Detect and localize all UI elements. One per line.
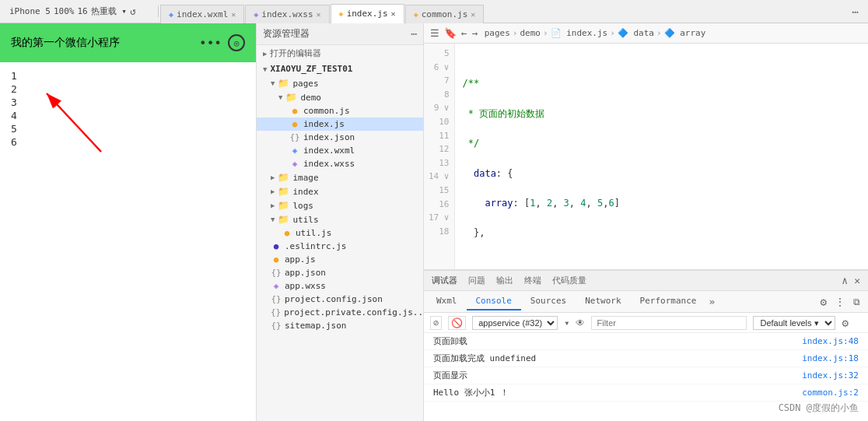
code-line-7: * 页面的初始数据: [463, 107, 861, 121]
tree-image[interactable]: ▶ 📁 image: [257, 170, 423, 184]
devtools-detach-icon[interactable]: ⧉: [849, 296, 865, 307]
refresh-icon[interactable]: ↺: [130, 5, 136, 17]
console-file-3[interactable]: index.js:32: [802, 370, 859, 381]
console-file-1[interactable]: index.js:48: [802, 336, 859, 346]
phone-scan-icon[interactable]: ◎: [228, 34, 245, 51]
editor-pin-icon[interactable]: ☰: [430, 27, 439, 39]
phone-title: 我的第一个微信小程序: [11, 36, 120, 50]
breadcrumb: pages › demo › 📄 index.js › 🔷 data › 🔷 a…: [485, 28, 706, 38]
explorer-panel: 资源管理器 ⋯ ▶ 打开的编辑器 ▼ XIAOYU_ZF_TEST01 ▼ 📁 …: [257, 23, 424, 421]
tree-pages[interactable]: ▼ 📁 pages: [257, 76, 423, 90]
tree-app-js[interactable]: ● app.js: [257, 253, 423, 266]
reload-label[interactable]: 热重载 ▾: [91, 5, 127, 17]
explorer-header: 资源管理器 ⋯: [257, 23, 423, 45]
devtools-tab-console[interactable]: Console: [467, 293, 521, 310]
index-wxml-label: index.wxml: [303, 146, 355, 156]
sitemap-label: sitemap.json: [285, 321, 346, 331]
console-file-2[interactable]: index.js:18: [802, 353, 859, 363]
editor-forward-icon[interactable]: →: [472, 27, 478, 39]
tab-common-js[interactable]: ◈ common.js ✕: [405, 5, 485, 23]
breadcrumb-array: 🔷 array: [664, 28, 706, 38]
appservice-select[interactable]: appservice (#32): [472, 316, 558, 330]
phone-header: 我的第一个微信小程序 ••• ◎: [0, 23, 256, 62]
tree-app-wxss[interactable]: ◈ app.wxss: [257, 279, 423, 293]
tab-common-label: common.js: [422, 9, 468, 19]
code-line-8: */: [463, 136, 861, 151]
editor-bookmark-icon[interactable]: 🔖: [444, 27, 457, 39]
tab-js-close[interactable]: ✕: [391, 9, 396, 18]
code-line-10: array: [1, 2, 3, 4, 5,6]: [463, 196, 861, 211]
console-header-output[interactable]: 输出: [496, 275, 513, 286]
tab-wxss-close[interactable]: ✕: [317, 10, 321, 19]
console-ban-icon[interactable]: 🚫: [448, 316, 466, 330]
index-json-icon: {}: [289, 132, 300, 142]
editor-back-icon[interactable]: ←: [461, 27, 467, 39]
console-filter-input[interactable]: [591, 316, 747, 330]
devtools-tab-network[interactable]: Network: [576, 293, 630, 310]
tab-index-wxml[interactable]: ◈ index.wxml ✕: [160, 5, 244, 23]
folder-utils-icon: 📁: [278, 214, 289, 225]
tab-common-icon: ◈: [414, 10, 418, 19]
breadcrumb-demo: demo: [520, 28, 541, 38]
console-file-4[interactable]: common.js:2: [802, 388, 859, 398]
devtools-menu-icon[interactable]: ⋮: [831, 296, 849, 308]
code-area: 5 6 ∨ 7 8 9 ∨ 10 11 12 13 14 ∨ 15 16 17 …: [424, 44, 868, 269]
index-json-label: index.json: [303, 132, 355, 142]
tree-index-folder[interactable]: ▶ 📁 index: [257, 184, 423, 198]
phone-dots-icon[interactable]: •••: [199, 36, 222, 51]
tab-wxml-close[interactable]: ✕: [231, 10, 236, 19]
app-json-icon: {}: [271, 268, 282, 278]
devtools-tab-performance[interactable]: Performance: [631, 293, 706, 310]
console-header-problems[interactable]: 问题: [468, 275, 485, 286]
red-arrow: [31, 78, 117, 163]
app-js-icon: ●: [271, 254, 282, 265]
console-dropdown-icon[interactable]: ▾: [564, 318, 569, 328]
console-maximize-icon[interactable]: ∧: [842, 275, 848, 286]
devtools-tab-wxml[interactable]: Wxml: [427, 293, 467, 310]
console-block-icon[interactable]: ⊘: [430, 316, 442, 330]
tree-index-wxml[interactable]: ◈ index.wxml: [257, 144, 423, 157]
tab-index-js[interactable]: ◈ index.js ✕: [331, 4, 404, 23]
tree-project-private[interactable]: {} project.private.config.js...: [257, 306, 423, 319]
chevron-right-image-icon: ▶: [271, 174, 275, 181]
common-js-label: common.js: [303, 106, 350, 116]
default-levels-select[interactable]: Default levels ▾: [753, 316, 835, 330]
breadcrumb-pages: pages: [485, 28, 510, 38]
tree-sitemap[interactable]: {} sitemap.json: [257, 319, 423, 332]
tab-common-close[interactable]: ✕: [471, 10, 475, 19]
devtools-settings-icon[interactable]: ⚙: [816, 296, 831, 308]
code-content[interactable]: /** * 页面的初始数据 */ data: { array: [1, 2, 3…: [455, 44, 869, 269]
tree-index-json[interactable]: {} index.json: [257, 131, 423, 144]
pages-label: pages: [292, 79, 318, 89]
explorer-title: 资源管理器: [263, 27, 310, 40]
tree-eslintrc[interactable]: ● .eslintrc.js: [257, 240, 423, 253]
eslint-icon: ●: [271, 241, 282, 251]
tree-logs[interactable]: ▶ 📁 logs: [257, 198, 423, 212]
editor-more-icon[interactable]: ⋯: [846, 5, 865, 18]
tree-index-wxss[interactable]: ◈ index.wxss: [257, 157, 423, 170]
phone-panel: 我的第一个微信小程序 ••• ◎ 1 2 3 4 5 6: [0, 23, 257, 421]
tree-demo[interactable]: ▼ 📁 demo: [257, 90, 423, 104]
tree-project-root[interactable]: ▼ XIAOYU_ZF_TEST01: [257, 61, 423, 76]
tree-util-js[interactable]: ● util.js: [257, 226, 423, 240]
tree-index-js[interactable]: ● index.js: [257, 118, 423, 131]
console-header-quality[interactable]: 代码质量: [552, 275, 586, 286]
editor-toolbar: ☰ 🔖 ← → pages › demo › 📄 index.js › 🔷 da…: [424, 23, 868, 44]
explorer-more-icon[interactable]: ⋯: [411, 28, 417, 40]
console-eye-icon[interactable]: 👁: [576, 318, 585, 328]
tree-open-editors[interactable]: ▶ 打开的编辑器: [257, 45, 423, 61]
watermark: CSDN @度假的小鱼: [779, 402, 859, 415]
breadcrumb-sep2: ›: [543, 28, 548, 38]
chevron-down-demo-icon: ▼: [278, 93, 282, 101]
tree-utils[interactable]: ▼ 📁 utils: [257, 212, 423, 226]
console-close-icon[interactable]: ✕: [854, 275, 860, 286]
tree-common-js[interactable]: ● common.js: [257, 104, 423, 118]
devtools-tab-sources[interactable]: Sources: [521, 293, 576, 310]
tab-index-wxss[interactable]: ◈ index.wxss ✕: [245, 5, 329, 23]
tree-app-json[interactable]: {} app.json: [257, 266, 423, 279]
console-header-debugger[interactable]: 调试器: [432, 275, 457, 286]
console-gear-icon[interactable]: ⚙: [842, 317, 848, 329]
console-header-terminal[interactable]: 终端: [524, 275, 541, 286]
devtools-more-icon[interactable]: »: [709, 296, 715, 307]
tree-project-config[interactable]: {} project.config.json: [257, 293, 423, 306]
